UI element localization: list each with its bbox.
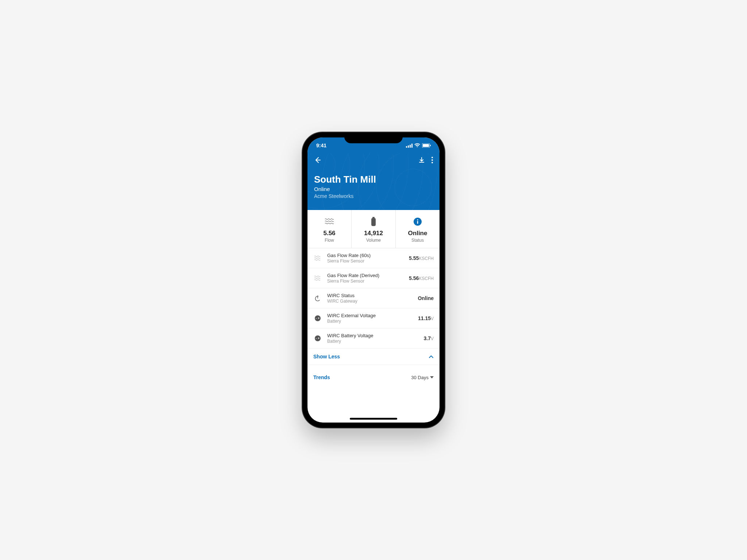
- sensor-title: WIRC External Voltage: [327, 313, 413, 318]
- sensor-title: WIRC Battery Voltage: [327, 333, 419, 338]
- svg-rect-6: [430, 145, 431, 146]
- toggle-show-less[interactable]: Show Less: [307, 349, 440, 365]
- page-title: South Tin Mill: [314, 174, 433, 185]
- list-item[interactable]: - + WIRC Battery Voltage Battery 3.7V: [307, 328, 440, 349]
- more-vertical-icon: [431, 157, 433, 163]
- card-flow-value: 5.56: [309, 230, 350, 237]
- svg-point-8: [431, 159, 433, 161]
- svg-rect-2: [410, 145, 411, 148]
- sensor-value: 5.55: [409, 255, 419, 261]
- svg-point-7: [431, 157, 433, 158]
- header: South Tin Mill Online Acme Steelworks: [307, 153, 440, 210]
- power-icon: [314, 295, 321, 302]
- sensor-value: 5.56: [409, 275, 419, 281]
- sensor-value: 11.15: [418, 315, 431, 321]
- cellular-icon: [406, 144, 413, 148]
- back-button[interactable]: [314, 156, 321, 164]
- arrow-left-icon: [314, 156, 321, 164]
- card-volume[interactable]: 14,912 Volume: [352, 210, 396, 248]
- battery-pole-icon: - +: [315, 335, 321, 341]
- caret-down-icon: [430, 376, 434, 378]
- list-item[interactable]: Gas Flow Rate (Derived) Sierra Flow Sens…: [307, 268, 440, 288]
- card-status-value: Online: [397, 230, 438, 237]
- flow-icon: [314, 256, 321, 261]
- svg-point-13: [417, 219, 418, 220]
- sensor-unit: V: [431, 316, 434, 321]
- download-icon: [418, 157, 425, 163]
- flow-icon: [314, 276, 321, 281]
- tank-icon: [371, 217, 376, 226]
- sensor-sub: Sierra Flow Sensor: [327, 279, 404, 284]
- sensor-unit: KSCFH: [419, 256, 434, 261]
- list-item[interactable]: WIRC Status WIRC Gateway Online: [307, 288, 440, 308]
- list-item[interactable]: Gas Flow Rate (60s) Sierra Flow Sensor 5…: [307, 248, 440, 268]
- page-status: Online: [314, 186, 433, 192]
- toggle-label: Show Less: [313, 354, 340, 359]
- card-flow-label: Flow: [309, 238, 350, 243]
- sensor-unit: KSCFH: [419, 276, 434, 281]
- summary-cards: 5.56 Flow 14,912 Volume Online Status: [307, 210, 440, 248]
- svg-rect-10: [372, 217, 375, 218]
- card-flow[interactable]: 5.56 Flow: [307, 210, 352, 248]
- sensor-list: Gas Flow Rate (60s) Sierra Flow Sensor 5…: [307, 248, 440, 349]
- status-indicators: [406, 143, 431, 148]
- card-status[interactable]: Online Status: [396, 210, 440, 248]
- svg-rect-0: [406, 146, 407, 148]
- trends-range-value: 30 Days: [411, 375, 429, 380]
- sensor-sub: Battery: [327, 319, 413, 324]
- battery-pole-icon: - +: [315, 315, 321, 321]
- svg-rect-1: [408, 145, 409, 148]
- trends-row: Trends 30 Days: [307, 368, 440, 387]
- status-time: 9:41: [316, 143, 326, 148]
- info-icon: [413, 217, 422, 226]
- wifi-icon: [414, 143, 420, 148]
- svg-rect-5: [423, 144, 429, 147]
- sensor-value: Online: [418, 295, 434, 301]
- battery-icon: [422, 143, 431, 148]
- card-volume-label: Volume: [353, 238, 394, 243]
- more-button[interactable]: [431, 157, 433, 163]
- phone-frame: 9:41 S: [302, 132, 445, 428]
- phone-notch: [344, 132, 403, 143]
- card-volume-value: 14,912: [353, 230, 394, 237]
- sensor-title: WIRC Status: [327, 293, 413, 298]
- card-status-label: Status: [397, 238, 438, 243]
- svg-rect-11: [371, 218, 376, 226]
- page-organization: Acme Steelworks: [314, 193, 433, 199]
- sensor-title: Gas Flow Rate (60s): [327, 253, 404, 258]
- download-button[interactable]: [418, 157, 425, 163]
- flow-icon: [325, 218, 334, 225]
- sensor-sub: Battery: [327, 339, 419, 344]
- sensor-sub: Sierra Flow Sensor: [327, 258, 404, 264]
- chevron-up-icon: [429, 355, 434, 358]
- sensor-sub: WIRC Gateway: [327, 299, 413, 304]
- home-indicator[interactable]: [350, 418, 397, 420]
- svg-rect-3: [411, 144, 413, 148]
- svg-point-9: [431, 162, 433, 163]
- svg-rect-14: [417, 221, 418, 224]
- trends-range-select[interactable]: 30 Days: [411, 375, 434, 380]
- list-item[interactable]: - + WIRC External Voltage Battery 11.15V: [307, 308, 440, 328]
- phone-screen: 9:41 S: [307, 137, 440, 423]
- sensor-title: Gas Flow Rate (Derived): [327, 273, 404, 278]
- sensor-unit: V: [431, 336, 434, 341]
- trends-label: Trends: [313, 374, 330, 380]
- sensor-value: 3.7: [424, 335, 431, 341]
